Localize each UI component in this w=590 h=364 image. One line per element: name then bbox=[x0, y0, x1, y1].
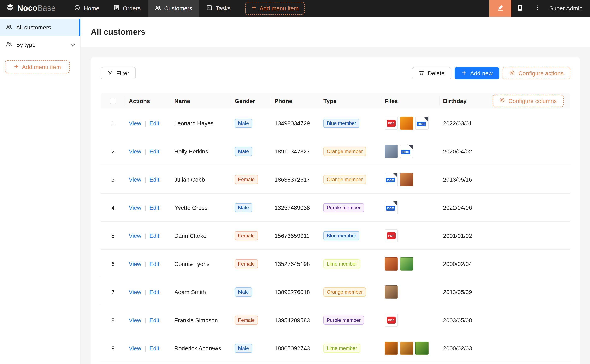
view-link[interactable]: View bbox=[129, 345, 141, 351]
view-link[interactable]: View bbox=[129, 260, 141, 267]
image-thumbnail[interactable] bbox=[415, 341, 429, 355]
image-thumbnail[interactable] bbox=[400, 117, 413, 130]
nocobase-logo[interactable]: NocoBase bbox=[0, 3, 61, 13]
files-cell: DOC bbox=[381, 165, 440, 194]
edit-link[interactable]: Edit bbox=[149, 176, 159, 183]
files-cell: PDF bbox=[381, 222, 440, 250]
pdf-file-icon[interactable]: PDF bbox=[385, 117, 398, 130]
sidebar: All customers By type Add menu item bbox=[0, 17, 81, 364]
image-thumbnail[interactable] bbox=[385, 285, 398, 299]
row-trailing-cell bbox=[489, 278, 570, 306]
view-link[interactable]: View bbox=[129, 148, 141, 155]
files-group: DOC bbox=[385, 145, 436, 158]
gender-tag: Female bbox=[235, 259, 258, 268]
row-index: 8 bbox=[101, 306, 126, 334]
action-divider: | bbox=[145, 232, 146, 239]
view-link[interactable]: View bbox=[129, 204, 141, 211]
filter-button-label: Filter bbox=[116, 70, 129, 77]
sidebar-item-by-type[interactable]: By type bbox=[0, 36, 80, 53]
birthday-cell: 2013/05/09 bbox=[440, 278, 489, 306]
configure-columns-label: Configure columns bbox=[508, 98, 557, 104]
add-menu-item-label: Add menu item bbox=[260, 5, 298, 12]
gender-tag: Female bbox=[235, 175, 258, 184]
delete-button[interactable]: Delete bbox=[412, 67, 451, 79]
customer-name-cell: Leonard Hayes bbox=[171, 109, 232, 137]
column-header-gender: Gender bbox=[232, 93, 271, 109]
image-thumbnail[interactable] bbox=[385, 145, 398, 158]
edit-link[interactable]: Edit bbox=[149, 204, 159, 211]
doc-file-icon[interactable]: DOC bbox=[385, 201, 398, 214]
birthday-cell: 2003/05/08 bbox=[440, 306, 489, 334]
body: All customers By type Add menu item All … bbox=[0, 17, 590, 364]
type-tag: Purple member bbox=[323, 203, 364, 212]
add-menu-item-button-navbar[interactable]: Add menu item bbox=[245, 2, 305, 15]
row-index: 7 bbox=[101, 278, 126, 306]
type-tag: Blue member bbox=[323, 118, 360, 128]
phone-cell: 13498034729 bbox=[271, 109, 320, 137]
image-thumbnail[interactable] bbox=[385, 341, 398, 355]
edit-link[interactable]: Edit bbox=[149, 120, 159, 126]
type-cell: Lime member bbox=[320, 334, 381, 362]
nav-item-home[interactable]: Home bbox=[67, 0, 106, 17]
select-all-checkbox[interactable] bbox=[110, 98, 116, 104]
row-index: 2 bbox=[101, 137, 126, 165]
files-group: DOC bbox=[385, 201, 436, 214]
edit-link[interactable]: Edit bbox=[149, 288, 159, 295]
filter-button[interactable]: Filter bbox=[101, 67, 136, 79]
tasks-icon bbox=[206, 5, 212, 12]
chevron-down-icon bbox=[70, 42, 74, 47]
pdf-file-icon[interactable]: PDF bbox=[385, 313, 398, 327]
view-link[interactable]: View bbox=[129, 176, 141, 183]
action-divider: | bbox=[145, 317, 146, 323]
image-thumbnail[interactable] bbox=[400, 257, 413, 270]
image-thumbnail[interactable] bbox=[400, 173, 413, 186]
customers-table-block: Filter Delete Add new bbox=[91, 57, 580, 364]
table-row: 9View|EditRoderick AndrewsMale1886509274… bbox=[101, 334, 570, 362]
ui-editor-button[interactable] bbox=[489, 0, 511, 17]
action-divider: | bbox=[145, 260, 146, 267]
edit-link[interactable]: Edit bbox=[149, 232, 159, 239]
gender-tag: Female bbox=[235, 315, 258, 325]
birthday-cell: 2000/02/03 bbox=[440, 334, 489, 362]
view-link[interactable]: View bbox=[129, 317, 141, 323]
edit-link[interactable]: Edit bbox=[149, 260, 159, 267]
row-actions: View|Edit bbox=[126, 165, 171, 194]
view-link[interactable]: View bbox=[129, 288, 141, 295]
phone-cell: 18910347327 bbox=[271, 137, 320, 165]
files-group: PDF bbox=[385, 229, 436, 242]
more-actions-button[interactable] bbox=[529, 0, 546, 17]
pdf-file-icon[interactable]: PDF bbox=[385, 229, 398, 242]
files-group: PDFDOC bbox=[385, 117, 436, 130]
doc-file-icon[interactable]: DOC bbox=[400, 145, 413, 158]
phone-cell: 18865092743 bbox=[271, 334, 320, 362]
birthday-cell: 2022/03/01 bbox=[440, 109, 489, 137]
configure-actions-button[interactable]: Configure actions bbox=[503, 67, 570, 79]
view-link[interactable]: View bbox=[129, 232, 141, 239]
add-menu-item-button-sidebar[interactable]: Add menu item bbox=[5, 60, 70, 73]
row-trailing-cell bbox=[489, 194, 570, 222]
nav-item-label: Customers bbox=[164, 5, 192, 12]
doc-file-icon[interactable]: DOC bbox=[415, 117, 429, 130]
files-cell bbox=[381, 334, 440, 362]
nav-item-customers[interactable]: Customers bbox=[148, 0, 199, 17]
row-index: 9 bbox=[101, 334, 126, 362]
sidebar-item-all-customers[interactable]: All customers bbox=[0, 19, 80, 36]
image-thumbnail[interactable] bbox=[400, 341, 413, 355]
gender-cell: Male bbox=[232, 137, 271, 165]
table-body: 1View|EditLeonard HayesMale13498034729Bl… bbox=[101, 109, 570, 362]
phone-cell: 18638372617 bbox=[271, 165, 320, 194]
customer-name-cell: Yvette Gross bbox=[171, 194, 232, 222]
edit-link[interactable]: Edit bbox=[149, 148, 159, 155]
doc-file-icon[interactable]: DOC bbox=[385, 173, 398, 186]
current-user[interactable]: Super Admin bbox=[546, 5, 590, 12]
edit-link[interactable]: Edit bbox=[149, 317, 159, 323]
image-thumbnail[interactable] bbox=[385, 257, 398, 270]
mobile-preview-button[interactable] bbox=[511, 0, 529, 17]
nav-item-tasks[interactable]: Tasks bbox=[199, 0, 238, 17]
add-new-button[interactable]: Add new bbox=[454, 67, 499, 79]
view-link[interactable]: View bbox=[129, 120, 141, 126]
configure-columns-button[interactable]: Configure columns bbox=[493, 95, 563, 107]
edit-link[interactable]: Edit bbox=[149, 345, 159, 351]
type-cell: Orange member bbox=[320, 278, 381, 306]
nav-item-orders[interactable]: Orders bbox=[106, 0, 148, 17]
